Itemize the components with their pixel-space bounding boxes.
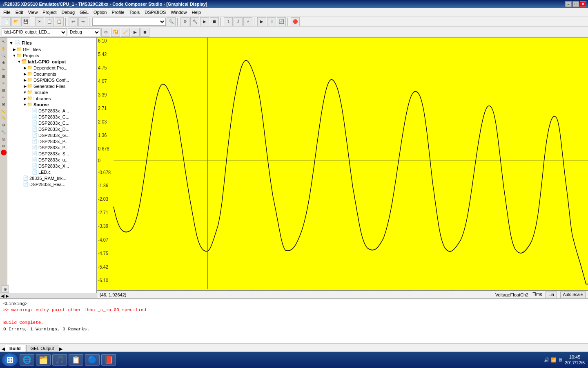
side-btn-10[interactable]: ⊠	[0, 101, 7, 108]
menu-item-profile[interactable]: Profile	[109, 9, 127, 16]
taskbar-app1[interactable]: 🔵	[85, 354, 100, 366]
stop-button[interactable]: ⏹	[210, 17, 219, 26]
debug-button[interactable]: ▶	[200, 17, 209, 26]
auto-scale-button[interactable]: Auto Scale	[560, 292, 586, 298]
close-button[interactable]: ✕	[580, 1, 586, 7]
tab-build[interactable]: Build	[5, 345, 25, 352]
search-button[interactable]: 🔍	[167, 17, 176, 26]
file-led[interactable]: 📄 LED.c	[7, 169, 96, 175]
redo-button[interactable]: ↪	[78, 17, 87, 26]
files-header[interactable]: ▼ 📄 Files	[7, 39, 96, 46]
file-ram[interactable]: 📄 28335_RAM_lnk...	[7, 175, 96, 181]
side-btn-11[interactable]: 📐	[0, 108, 7, 114]
file-p2[interactable]: 📄 DSP2833x_P...	[7, 144, 96, 150]
clean-button[interactable]: 🧹	[121, 28, 130, 37]
copy-button[interactable]: 📋	[45, 17, 54, 26]
build-button[interactable]: 🔨	[190, 17, 199, 26]
side-btn-16[interactable]: ⊗	[0, 143, 7, 149]
maximize-button[interactable]: □	[572, 1, 579, 7]
side-btn-5[interactable]: ✂	[0, 66, 7, 73]
reset-button[interactable]: 🔄	[277, 17, 286, 26]
start-button[interactable]: ⊞	[2, 353, 18, 366]
side-btn-4[interactable]: ⊕	[0, 59, 7, 66]
gen-files-item[interactable]: ▶ 📁 Generated Files	[7, 83, 96, 89]
debug-mode-combo[interactable]: Debug	[68, 28, 100, 36]
file-s[interactable]: 📄 DSP2833x_S...	[7, 150, 96, 157]
menu-item-view[interactable]: View	[26, 9, 40, 16]
save-button[interactable]: 💾	[21, 17, 30, 26]
new-button[interactable]: 📄	[2, 17, 11, 26]
debug-active-button[interactable]: ▶	[131, 28, 140, 37]
lin-button[interactable]: Lin	[546, 292, 557, 298]
build-active-button[interactable]: ⚙	[101, 28, 110, 37]
dsp-conf-item[interactable]: ▶ 📁 DSP/BIOS Conf...	[7, 77, 96, 83]
dep-pro-item[interactable]: ▶ 📁 Dependent Pro...	[7, 65, 96, 71]
taskbar-notepad[interactable]: 📋	[69, 354, 83, 366]
terminate-button[interactable]: ⏹	[140, 28, 149, 37]
open-button[interactable]: 📂	[11, 17, 20, 26]
menu-item-gel[interactable]: GEL	[77, 9, 91, 16]
projects-item[interactable]: ▼ 📁 Projects	[7, 52, 96, 58]
build-all-button[interactable]: ⚙	[180, 17, 189, 26]
side-btn-3[interactable]: 🔍	[0, 52, 7, 59]
lib-item[interactable]: ▶ 📁 Libraries	[7, 95, 96, 101]
file-b[interactable]: 📄 DSP2833x_C...	[7, 114, 96, 120]
menu-item-tools[interactable]: Tools	[127, 9, 143, 16]
docs-item[interactable]: ▶ 📁 Documents	[7, 71, 96, 77]
run-button[interactable]: ▶	[257, 17, 266, 26]
side-btn-8[interactable]: ⊟	[0, 87, 7, 94]
file-g[interactable]: 📄 DSP2833x_G...	[7, 132, 96, 138]
file-hea[interactable]: 📄 DSP2833x_Hea...	[7, 181, 96, 187]
side-btn-13[interactable]: ⚙	[0, 122, 7, 128]
tab-gel-output[interactable]: GEL Output	[26, 345, 59, 352]
record-button[interactable]	[1, 150, 7, 155]
menu-item-window[interactable]: Window	[168, 9, 189, 16]
taskbar-pdf[interactable]: 📕	[101, 354, 116, 366]
rebuild-button[interactable]: 🔁	[111, 28, 120, 37]
tab-scroll-left[interactable]: ◀	[2, 346, 5, 352]
gel-files-item[interactable]: ▶ 📁 GEL files	[7, 46, 96, 52]
side-btn-15[interactable]: ◎	[0, 136, 7, 142]
side-btn-14[interactable]: 🔧	[0, 129, 7, 135]
menu-item-debug[interactable]: Debug	[59, 9, 77, 16]
step-out-button[interactable]: ⤶	[243, 17, 252, 26]
lab1-item[interactable]: ▼ 🗂️ lab1-GPIO_output	[7, 58, 96, 65]
side-btn-6[interactable]: ⊞	[0, 73, 7, 80]
file-p1[interactable]: 📄 DSP2833x_P...	[7, 138, 96, 144]
menu-item-file[interactable]: File	[1, 9, 13, 16]
side-btn-9[interactable]: ≈	[0, 94, 7, 101]
tab-scroll-right[interactable]: ▶	[59, 346, 62, 352]
side-btn-1[interactable]: ↖	[0, 38, 7, 45]
breakpoint-button[interactable]: 🔴	[291, 17, 300, 26]
minimize-button[interactable]: –	[565, 1, 572, 7]
search-combo[interactable]	[92, 18, 166, 26]
menu-item-dsp/bios[interactable]: DSP/BIOS	[142, 9, 168, 16]
project-config-combo[interactable]: lab1-GPIO_output_LED...	[2, 28, 67, 36]
menu-item-project[interactable]: Project	[40, 9, 59, 16]
side-btn-12[interactable]: 📏	[0, 115, 7, 121]
file-a[interactable]: 📄 DSP2833x_A...	[7, 108, 96, 114]
tree-scroll-bar[interactable]: ◀ ▶	[7, 293, 97, 298]
cut-button[interactable]: ✂	[35, 17, 44, 26]
menu-item-option[interactable]: Option	[91, 9, 109, 16]
menu-item-edit[interactable]: Edit	[13, 9, 26, 16]
include-item[interactable]: ▼ 📁 Include	[7, 89, 96, 95]
file-d[interactable]: 📄 DSP2833x_D...	[7, 126, 96, 132]
undo-button[interactable]: ↩	[69, 17, 78, 26]
taskbar-media[interactable]: 🎵	[52, 354, 67, 366]
file-x[interactable]: 📄 DSP2833x_X...	[7, 163, 96, 169]
paste-button[interactable]: 📋	[55, 17, 64, 26]
tree-btn-left[interactable]: ⊛	[7, 285, 9, 293]
side-btn-2[interactable]: ✋	[0, 45, 7, 52]
side-btn-7[interactable]: ≡	[0, 80, 7, 87]
menu-item-help[interactable]: Help	[189, 9, 203, 16]
tree-scroll-right[interactable]: ▶	[7, 294, 9, 298]
file-u[interactable]: 📄 DSP2833x_u...	[7, 157, 96, 163]
source-item[interactable]: ▼ 📁 Source	[7, 101, 96, 108]
taskbar-ie[interactable]: 🌐	[20, 354, 34, 366]
step-into-button[interactable]: ⤵	[224, 17, 233, 26]
file-c[interactable]: 📄 DSP2833x_C...	[7, 120, 96, 126]
step-over-button[interactable]: ⤴	[234, 17, 243, 26]
halt-button[interactable]: ⏸	[267, 17, 276, 26]
taskbar-explorer[interactable]: 🗂️	[36, 354, 51, 366]
